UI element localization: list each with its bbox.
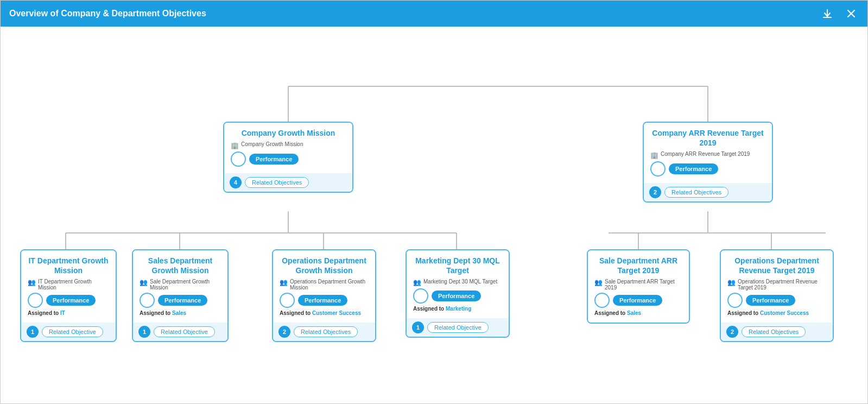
related-badge: 1 <box>412 321 424 333</box>
perf-circle <box>231 152 246 167</box>
tree-container: Company Growth Mission 🏢 Company Growth … <box>11 37 857 396</box>
card-ops-dept: Operations Department Growth Mission 👥 O… <box>272 249 376 342</box>
card-top: Sale Department ARR Target 2019 👥 Sale D… <box>588 250 689 323</box>
card-bottom: 2 Related Objectives <box>273 323 375 341</box>
perf-circle <box>140 293 155 308</box>
title-bar: Overview of Company & Department Objecti… <box>1 1 867 27</box>
card-company-arr: Company ARR Revenue Target 2019 🏢 Compan… <box>643 122 773 203</box>
card-assigned: Assigned to IT <box>28 310 109 316</box>
card-title: Company Growth Mission <box>231 128 346 138</box>
card-top: Operations Department Revenue Target 201… <box>721 250 833 323</box>
perf-row: Performance <box>650 161 765 176</box>
group-icon: 👥 <box>280 279 288 286</box>
card-it-dept: IT Department Growth Mission 👥 IT Depart… <box>20 249 117 342</box>
related-objectives-button[interactable]: Related Objectives <box>664 187 728 198</box>
related-objectives-button[interactable]: Related Objectives <box>742 326 806 337</box>
performance-button[interactable]: Performance <box>298 295 347 306</box>
related-objective-button[interactable]: Related Objective <box>154 326 215 337</box>
window-title: Overview of Company & Department Objecti… <box>9 9 206 18</box>
related-badge: 1 <box>138 326 150 338</box>
card-title: IT Department Growth Mission <box>28 256 109 275</box>
card-bottom: 2 Related Objectives <box>721 323 833 341</box>
card-bottom: 1 Related Objective <box>133 323 227 341</box>
card-assigned: Assigned to Sales <box>140 310 221 316</box>
card-title: Sales Department Growth Mission <box>140 256 221 275</box>
title-bar-actions <box>820 6 859 21</box>
card-top: Marketing Dept 30 MQL Target 👥 Marketing… <box>407 250 509 318</box>
group-icon: 👥 <box>140 279 148 286</box>
performance-button[interactable]: Performance <box>46 295 96 306</box>
card-bottom: 1 Related Objective <box>407 318 509 337</box>
card-subtitle: 👥 IT Department Growth Mission <box>28 279 109 291</box>
card-top: IT Department Growth Mission 👥 IT Depart… <box>21 250 116 323</box>
performance-button[interactable]: Performance <box>432 291 481 301</box>
card-title: Operations Department Revenue Target 201… <box>727 256 826 275</box>
group-icon: 👥 <box>727 279 736 286</box>
card-subtitle: 👥 Sale Department ARR Target 2019 <box>594 279 682 291</box>
related-badge: 2 <box>649 186 661 198</box>
card-title: Marketing Dept 30 MQL Target <box>413 256 502 275</box>
performance-button[interactable]: Performance <box>158 295 207 306</box>
app-window: Overview of Company & Department Objecti… <box>0 0 868 404</box>
card-ops-revenue: Operations Department Revenue Target 201… <box>720 249 834 342</box>
group-icon: 👥 <box>28 279 36 286</box>
card-subtitle: 🏢 Company ARR Revenue Target 2019 <box>650 151 765 159</box>
card-subtitle: 👥 Operations Department Revenue Target 2… <box>727 279 826 291</box>
related-objectives-button[interactable]: Related Objectives <box>245 177 309 188</box>
card-title: Operations Department Growth Mission <box>280 256 369 275</box>
perf-row: Performance <box>594 293 682 308</box>
perf-row: Performance <box>413 288 502 304</box>
content-area: Company Growth Mission 🏢 Company Growth … <box>1 27 867 403</box>
related-objectives-button[interactable]: Related Objectives <box>294 326 358 337</box>
card-assigned: Assigned to Customer Success <box>727 310 826 316</box>
card-subtitle: 👥 Sale Department Growth Mission <box>140 279 221 291</box>
card-bottom: 2 Related Objectives <box>644 183 772 201</box>
perf-row: Performance <box>140 293 221 308</box>
performance-button[interactable]: Performance <box>613 295 662 306</box>
related-objective-button[interactable]: Related Objective <box>42 326 103 337</box>
perf-circle <box>650 161 666 176</box>
card-company-growth: Company Growth Mission 🏢 Company Growth … <box>223 122 353 193</box>
related-badge: 2 <box>278 326 290 338</box>
perf-circle <box>727 293 743 308</box>
card-subtitle: 👥 Operations Department Growth Mission <box>280 279 369 291</box>
perf-row: Performance <box>727 293 826 308</box>
card-top: Sales Department Growth Mission 👥 Sale D… <box>133 250 227 323</box>
card-subtitle: 👥 Marketing Dept 30 MQL Target <box>413 279 502 286</box>
group-icon: 👥 <box>413 279 421 286</box>
card-top: Company ARR Revenue Target 2019 🏢 Compan… <box>644 123 772 183</box>
group-icon: 👥 <box>594 279 603 286</box>
related-badge: 1 <box>27 326 39 338</box>
card-top: Company Growth Mission 🏢 Company Growth … <box>224 123 352 173</box>
building-icon: 🏢 <box>231 142 239 149</box>
perf-row: Performance <box>28 293 109 308</box>
close-button[interactable] <box>844 6 859 21</box>
related-badge: 2 <box>726 326 738 338</box>
perf-circle <box>280 293 295 308</box>
perf-circle <box>28 293 43 308</box>
card-marketing-dept: Marketing Dept 30 MQL Target 👥 Marketing… <box>406 249 510 338</box>
performance-button[interactable]: Performance <box>669 163 718 174</box>
perf-row: Performance <box>231 152 346 167</box>
perf-circle <box>594 293 610 308</box>
perf-row: Performance <box>280 293 369 308</box>
performance-button[interactable]: Performance <box>249 154 299 165</box>
card-subtitle: 🏢 Company Growth Mission <box>231 141 346 149</box>
card-assigned: Assigned to Marketing <box>413 306 502 312</box>
related-badge: 4 <box>230 176 242 188</box>
card-sales-dept: Sales Department Growth Mission 👥 Sale D… <box>132 249 229 342</box>
card-title: Company ARR Revenue Target 2019 <box>650 128 765 148</box>
card-sale-arr: Sale Department ARR Target 2019 👥 Sale D… <box>587 249 690 324</box>
perf-circle <box>413 288 428 304</box>
card-top: Operations Department Growth Mission 👥 O… <box>273 250 375 323</box>
card-title: Sale Department ARR Target 2019 <box>594 256 682 275</box>
related-objective-button[interactable]: Related Objective <box>427 322 489 333</box>
download-button[interactable] <box>820 6 835 21</box>
card-assigned: Assigned to Customer Success <box>280 310 369 316</box>
card-assigned: Assigned to Sales <box>594 310 682 316</box>
card-bottom: 1 Related Objective <box>21 323 116 341</box>
building-icon: 🏢 <box>650 152 658 159</box>
performance-button[interactable]: Performance <box>746 295 795 306</box>
card-bottom: 4 Related Objectives <box>224 173 352 192</box>
